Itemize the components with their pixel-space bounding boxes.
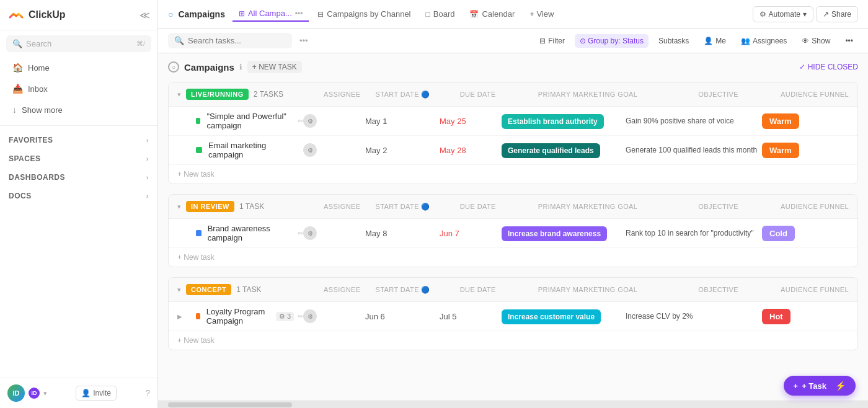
section-favorites[interactable]: FAVORITES › bbox=[0, 131, 157, 149]
show-button[interactable]: 👁 Show bbox=[797, 34, 835, 48]
nav-show-more-label: Show more bbox=[22, 105, 63, 115]
task-search-input[interactable] bbox=[188, 36, 268, 45]
hide-closed-button[interactable]: ✓ HIDE CLOSED bbox=[799, 63, 858, 71]
assignee-avatar-2: ⚙ bbox=[303, 143, 317, 157]
assignees-label: Assignees bbox=[753, 37, 787, 45]
tab-board[interactable]: □ Board bbox=[420, 7, 461, 21]
start-date-cell-3: May 8 bbox=[365, 229, 440, 238]
table-row[interactable]: "Simple and Powerful" campaign ✏ ⚙ May 1… bbox=[169, 107, 857, 136]
tab-add-view[interactable]: + View bbox=[523, 7, 560, 21]
automate-label: Automate bbox=[769, 10, 800, 19]
task-name-label-3: Brand awareness campaign bbox=[208, 224, 294, 242]
col-startdate-concept: START DATE 🔵 bbox=[375, 286, 430, 294]
expand-icon[interactable]: ▶ bbox=[177, 313, 182, 320]
assignees-button[interactable]: 👥 Assignees bbox=[736, 34, 792, 48]
new-task-button[interactable]: + NEW TASK bbox=[247, 61, 302, 73]
group-by-label: Group by: Status bbox=[588, 37, 644, 45]
due-date-cell-4: Jul 5 bbox=[440, 312, 502, 321]
automate-button[interactable]: ⚙ Automate ▾ bbox=[753, 6, 813, 22]
campaigns-info-icon[interactable]: ℹ bbox=[239, 63, 242, 71]
show-label: Show bbox=[812, 37, 830, 45]
status-badge-concept: CONCEPT bbox=[186, 284, 231, 295]
task-name-label-2: Email marketing campaign bbox=[208, 141, 303, 159]
tab-campaigns-by-channel[interactable]: ⊟ Campaigns by Channel bbox=[311, 7, 417, 21]
dashboards-label: DASHBOARDS bbox=[9, 173, 65, 182]
horizontal-scrollbar[interactable] bbox=[158, 401, 868, 408]
hide-closed-label: ✓ HIDE CLOSED bbox=[799, 63, 858, 71]
col-duedate-live: DUE DATE bbox=[460, 91, 496, 98]
col-goal-review: PRIMARY MARKETING GOAL bbox=[538, 203, 638, 210]
nav-show-more[interactable]: ↓ Show more bbox=[4, 100, 154, 120]
task-edit-icon-3[interactable]: ✏ bbox=[298, 229, 303, 237]
toolbar-search-icon: 🔍 bbox=[174, 36, 184, 45]
section-spaces[interactable]: SPACES › bbox=[0, 149, 157, 168]
group-by-icon: ⊙ bbox=[580, 37, 586, 45]
subtasks-button[interactable]: Subtasks bbox=[653, 34, 694, 48]
task-expand-cell-4[interactable]: ▶ bbox=[177, 313, 196, 320]
task-edit-icon[interactable]: ✏ bbox=[298, 117, 303, 125]
logo-area: ClickUp bbox=[7, 6, 66, 24]
goal-cell-4: Increase customer value bbox=[502, 312, 626, 321]
tab-all-campaigns[interactable]: ⊞ All Campa... ••• bbox=[232, 6, 309, 22]
section-dashboards[interactable]: DASHBOARDS › bbox=[0, 168, 157, 187]
toolbar-options-button[interactable]: ••• bbox=[840, 34, 858, 48]
sidebar-collapse-button[interactable]: ≪ bbox=[140, 9, 150, 21]
invite-button[interactable]: 👤 Invite bbox=[76, 386, 117, 401]
group-live-header: ▾ LIVE/RUNNING 2 TASKS ASSIGNEE START DA… bbox=[169, 82, 857, 107]
table-row[interactable]: Email marketing campaign ⚙ May 2 May 28 … bbox=[169, 136, 857, 165]
invite-label: Invite bbox=[93, 389, 111, 397]
sidebar-search[interactable]: 🔍 Search ⌘/ bbox=[6, 35, 151, 52]
goal-cell: Establish brand authority bbox=[502, 117, 626, 126]
col-assignee-concept: ASSIGNEE bbox=[324, 286, 360, 293]
home-icon: 🏠 bbox=[12, 63, 23, 73]
me-icon: 👤 bbox=[704, 37, 713, 45]
campaigns-collapse-button[interactable]: ○ bbox=[168, 61, 179, 73]
invite-person-icon: 👤 bbox=[81, 389, 91, 397]
share-button[interactable]: ↗ Share bbox=[816, 6, 858, 22]
table-row[interactable]: ▶ Loyalty Program Campaign ⚙ 3 ✏ ⚙ Jun 6… bbox=[169, 302, 857, 331]
section-docs[interactable]: DOCS › bbox=[0, 187, 157, 205]
toolbar-more-icon[interactable]: ••• bbox=[299, 36, 308, 45]
avatar-dropdown-icon[interactable]: ▾ bbox=[43, 389, 47, 397]
add-task-live-row[interactable]: + New task bbox=[169, 165, 857, 184]
audience-badge-4: Hot bbox=[762, 309, 790, 324]
avatar[interactable]: ID bbox=[7, 384, 25, 402]
task-edit-icon-4[interactable]: ✏ bbox=[298, 313, 303, 321]
automate-icon: ⚙ bbox=[760, 10, 766, 19]
avatar-badge: ID bbox=[29, 388, 40, 399]
add-task-floating-button[interactable]: + + Task ⚡ bbox=[784, 376, 856, 396]
sidebar-divider-1 bbox=[0, 125, 157, 126]
dashboards-chevron: › bbox=[146, 174, 149, 181]
add-task-review-row[interactable]: + New task bbox=[169, 248, 857, 267]
help-button[interactable]: ? bbox=[145, 388, 150, 398]
new-task-label: + NEW TASK bbox=[252, 63, 297, 71]
group-in-review: ▾ IN REVIEW 1 TASK ASSIGNEE START DATE 🔵… bbox=[168, 194, 858, 267]
audience-badge-2: Warm bbox=[762, 143, 799, 158]
assignee-avatar-3: ⚙ bbox=[303, 226, 317, 240]
add-task-concept-row[interactable]: + New task bbox=[169, 331, 857, 350]
task-search[interactable]: 🔍 bbox=[168, 33, 292, 48]
group-review-collapse[interactable]: ▾ bbox=[177, 203, 181, 211]
filter-button[interactable]: ⊟ Filter bbox=[534, 34, 570, 48]
task-indicator-2 bbox=[196, 147, 202, 153]
app-name: ClickUp bbox=[29, 9, 66, 20]
assignee-avatar-4: ⚙ bbox=[303, 309, 317, 323]
tab-all-campaigns-label: All Campa... bbox=[248, 9, 292, 18]
nav-home[interactable]: 🏠 Home bbox=[4, 58, 154, 78]
table-row[interactable]: Brand awareness campaign ✏ ⚙ May 8 Jun 7… bbox=[169, 219, 857, 248]
me-button[interactable]: 👤 Me bbox=[699, 34, 731, 48]
group-by-button[interactable]: ⊙ Group by: Status bbox=[575, 34, 649, 48]
audience-badge-3: Cold bbox=[762, 226, 795, 241]
tab-calendar[interactable]: 📅 Calendar bbox=[463, 7, 521, 21]
nav-inbox[interactable]: 📥 Inbox bbox=[4, 79, 154, 99]
group-live-collapse[interactable]: ▾ bbox=[177, 91, 181, 99]
apps-grid-icon[interactable]: ⚡ bbox=[835, 381, 846, 391]
concept-task-count: 1 TASK bbox=[236, 285, 261, 294]
group-concept-collapse[interactable]: ▾ bbox=[177, 286, 181, 294]
col-goal-live: PRIMARY MARKETING GOAL bbox=[538, 91, 638, 98]
group-concept: ▾ CONCEPT 1 TASK ASSIGNEE START DATE 🔵 D… bbox=[168, 277, 858, 350]
hscroll-thumb[interactable] bbox=[168, 402, 292, 407]
subtask-badge: ⚙ 3 bbox=[276, 312, 294, 321]
objective-cell-3: Rank top 10 in search for "productivity" bbox=[626, 229, 762, 237]
nav-inbox-label: Inbox bbox=[28, 84, 48, 94]
